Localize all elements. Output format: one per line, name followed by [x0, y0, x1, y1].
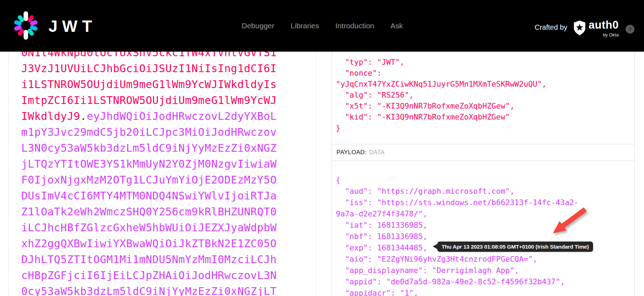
auth0-logo[interactable]: auth0 by Okta	[573, 17, 619, 37]
decoded-header-json[interactable]: "typ": "JWT", "nonce": "yJqCnxT47YxZCiwK…	[336, 57, 546, 133]
encoded-token-panel: 0N1l4WkNpd0tOcTUxSnV5ckc1TW4xTVhtVGVTS1 …	[8, 52, 316, 296]
exp-date-tooltip: Thu Apr 13 2023 01:08:05 GMT+0100 (Irish…	[437, 242, 593, 252]
jwt-io-debugger-page: JWT Debugger Libraries Introduction Ask …	[0, 0, 644, 296]
crafted-by-label: Crafted by	[535, 23, 567, 31]
nav-debugger[interactable]: Debugger	[242, 22, 274, 30]
jwt-logo[interactable]: JWT	[12, 8, 97, 43]
token-separator-dot: .	[80, 110, 87, 122]
payload-section-header: PAYLOAD: DATA	[332, 144, 634, 161]
jwt-starburst-icon	[12, 8, 40, 43]
encoded-token-editor[interactable]: 0N1l4WkNpd0tOcTUxSnV5ckc1TW4xTVhtVGVTS1 …	[21, 52, 277, 296]
tooltip-text: Thu Apr 13 2023 01:08:05 GMT+0100 (Irish…	[442, 244, 589, 250]
main-nav: Debugger Libraries Introduction Ask	[242, 0, 403, 52]
payload-label: PAYLOAD:	[337, 149, 367, 156]
auth0-wordmark: auth0	[588, 19, 619, 31]
crafted-by-block: Crafted by auth0 by Okta	[535, 17, 619, 37]
top-nav-bar: JWT Debugger Libraries Introduction Ask …	[0, 0, 644, 52]
encoded-payload-segment: eyJhdWQiOiJodHRwczovL2dyYXBoL m1pY3Jvc29…	[21, 110, 277, 296]
nav-libraries[interactable]: Libraries	[291, 22, 319, 30]
by-okta-label: by Okta	[603, 32, 619, 37]
auth0-shield-icon	[573, 20, 586, 36]
annotation-arrow-icon	[542, 206, 590, 239]
decoded-panel: "typ": "JWT", "nonce": "yJqCnxT47YxZCiwK…	[332, 52, 635, 296]
jwt-wordmark: JWT	[48, 17, 97, 36]
nav-ask[interactable]: Ask	[391, 22, 403, 30]
decoded-header-section: "typ": "JWT", "nonce": "yJqCnxT47YxZCiwK…	[332, 52, 634, 144]
tooltip-notch	[433, 244, 438, 249]
help-button[interactable]: ?	[626, 25, 634, 34]
nav-introduction[interactable]: Introduction	[335, 22, 374, 30]
payload-sublabel: DATA	[369, 149, 385, 156]
